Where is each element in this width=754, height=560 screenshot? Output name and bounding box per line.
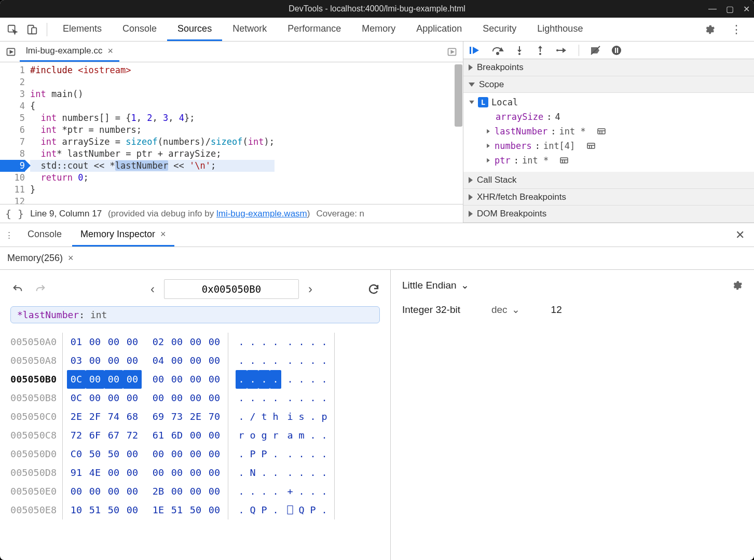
step-icon[interactable]: [556, 45, 568, 56]
hex-row[interactable]: 005050B00C00000000000000........: [10, 370, 380, 389]
endianness-select[interactable]: Little Endian⌄: [402, 279, 469, 291]
svg-marker-6: [451, 50, 454, 53]
undo-icon[interactable]: [10, 282, 25, 296]
reveal-in-memory-icon[interactable]: [587, 142, 595, 149]
settings-gear-icon[interactable]: [700, 20, 719, 39]
source-editor[interactable]: 123456789101112 #include <iostream>int m…: [0, 62, 463, 204]
refresh-icon[interactable]: [367, 283, 380, 295]
cursor-position: Line 9, Column 17: [30, 209, 102, 219]
wasm-link[interactable]: lmi-bug-example.wasm: [216, 209, 307, 218]
scope-pane[interactable]: Scope: [463, 76, 754, 93]
callstack-pane[interactable]: Call Stack: [463, 172, 754, 189]
scope-var[interactable]: numbers: int[4]: [486, 139, 749, 153]
svg-rect-25: [587, 143, 595, 148]
window-minimize-icon[interactable]: —: [708, 4, 717, 14]
window-close-icon[interactable]: ✕: [743, 4, 750, 14]
step-into-icon[interactable]: [514, 45, 525, 56]
svg-marker-12: [517, 50, 522, 52]
hex-row[interactable]: 005050D8914E000000000000.N......: [10, 463, 380, 482]
drawer-tabstrip: ⋮ Console Memory Inspector× ✕: [0, 223, 754, 247]
kebab-menu-icon[interactable]: ⋮: [727, 20, 746, 39]
memory-tab-bar: Memory(256)×: [0, 247, 754, 270]
address-input[interactable]: [164, 279, 299, 299]
file-tab[interactable]: lmi-bug-example.cc ×: [20, 42, 119, 62]
svg-rect-21: [598, 129, 605, 134]
window-title: DevTools - localhost:4000/lmi-bug-exampl…: [289, 4, 465, 13]
chevron-down-icon: ⌄: [512, 304, 520, 316]
main-tabstrip: ElementsConsoleSourcesNetworkPerformance…: [0, 18, 754, 42]
drawer-kebab-icon[interactable]: ⋮: [5, 230, 13, 240]
scope-var[interactable]: ptr: int *: [486, 153, 749, 168]
pause-on-exceptions-icon[interactable]: [611, 45, 622, 56]
debugger-toolbar: [463, 42, 754, 59]
redo-icon[interactable]: [33, 282, 48, 296]
inspect-element-icon[interactable]: [3, 20, 22, 39]
encoding-select[interactable]: dec⌄: [491, 304, 520, 316]
hex-row[interactable]: 005050C02E2F746869732E70./this.p: [10, 407, 380, 426]
xhr-breakpoints-pane[interactable]: XHR/fetch Breakpoints: [463, 189, 754, 206]
svg-point-11: [518, 53, 520, 55]
hex-row[interactable]: 005050E0000000002B000000....+...: [10, 482, 380, 501]
settings-gear-icon[interactable]: [731, 280, 743, 291]
hex-row[interactable]: 005050C8726F6772616D0000rogram..: [10, 426, 380, 445]
svg-marker-8: [473, 47, 479, 54]
tab-console[interactable]: Console: [112, 18, 167, 41]
reveal-in-memory-icon[interactable]: [597, 128, 606, 135]
tab-lighthouse[interactable]: Lighthouse: [527, 18, 593, 41]
close-icon[interactable]: ×: [68, 253, 74, 264]
svg-point-18: [612, 46, 621, 55]
resume-icon[interactable]: [469, 45, 481, 56]
svg-rect-29: [560, 158, 568, 163]
scope-body: LLocal arraySize: 4lastNumber: int * num…: [463, 93, 754, 172]
dom-breakpoints-pane[interactable]: DOM Breakpoints: [463, 206, 754, 223]
coverage-label: Coverage: n: [316, 209, 364, 219]
scope-var[interactable]: arraySize: 4: [486, 110, 749, 124]
svg-marker-4: [10, 50, 12, 53]
scrollbar-thumb[interactable]: [455, 64, 462, 127]
highlighted-variable-chip[interactable]: *lastNumber: int: [10, 306, 380, 323]
hex-row[interactable]: 005050B80C00000000000000........: [10, 389, 380, 407]
close-icon[interactable]: ×: [107, 46, 113, 57]
svg-marker-15: [563, 48, 566, 53]
tab-network[interactable]: Network: [222, 18, 277, 41]
svg-rect-7: [470, 47, 471, 54]
file-tab-name: lmi-bug-example.cc: [26, 46, 102, 56]
window-maximize-icon[interactable]: ▢: [726, 4, 734, 14]
window-titlebar: DevTools - localhost:4000/lmi-bug-exampl…: [0, 0, 754, 18]
hex-row[interactable]: 005050E8105150001E515000.QP.⎕QP.: [10, 501, 380, 520]
reveal-in-memory-icon[interactable]: [560, 157, 568, 164]
hex-row[interactable]: 005050A00100000002000000........: [10, 333, 380, 351]
close-icon[interactable]: ×: [160, 229, 166, 240]
tab-application[interactable]: Application: [406, 18, 472, 41]
drawer-tab-console[interactable]: Console: [19, 223, 70, 247]
tab-elements[interactable]: Elements: [52, 18, 112, 41]
step-over-icon[interactable]: [491, 45, 504, 56]
drawer-tab-memory-inspector[interactable]: Memory Inspector×: [72, 223, 174, 247]
deactivate-breakpoints-icon[interactable]: [590, 45, 601, 56]
pretty-print-icon[interactable]: { }: [5, 208, 24, 220]
navigator-toggle-icon[interactable]: [2, 43, 20, 61]
editor-status-bar: { } Line 9, Column 17 (provided via debu…: [0, 204, 463, 223]
drawer-close-icon[interactable]: ✕: [735, 228, 749, 242]
step-out-icon[interactable]: [535, 45, 545, 56]
memory-viewer: ‹ › *lastNumber: int 005050A001000000020…: [0, 270, 391, 560]
next-page-icon[interactable]: ›: [308, 282, 312, 296]
device-toolbar-icon[interactable]: [23, 20, 42, 39]
tab-sources[interactable]: Sources: [167, 18, 222, 41]
value-interpreter: Little Endian⌄ Integer 32-bit dec⌄ 12: [391, 270, 754, 560]
memory-tab[interactable]: Memory(256)×: [7, 253, 74, 264]
scope-var[interactable]: lastNumber: int *: [486, 124, 749, 139]
svg-rect-2: [32, 28, 36, 34]
prev-page-icon[interactable]: ‹: [150, 282, 155, 296]
run-snippet-icon[interactable]: [443, 43, 461, 61]
hex-row[interactable]: 005050D0C050500000000000.PP.....: [10, 445, 380, 463]
breakpoints-pane[interactable]: Breakpoints: [463, 59, 754, 76]
svg-point-13: [539, 53, 541, 55]
hex-row[interactable]: 005050A80300000004000000........: [10, 351, 380, 370]
tab-security[interactable]: Security: [472, 18, 527, 41]
svg-marker-14: [538, 46, 542, 48]
tab-memory[interactable]: Memory: [351, 18, 406, 41]
tab-performance[interactable]: Performance: [277, 18, 351, 41]
scope-local[interactable]: LLocal: [469, 95, 749, 110]
svg-point-10: [497, 52, 499, 54]
